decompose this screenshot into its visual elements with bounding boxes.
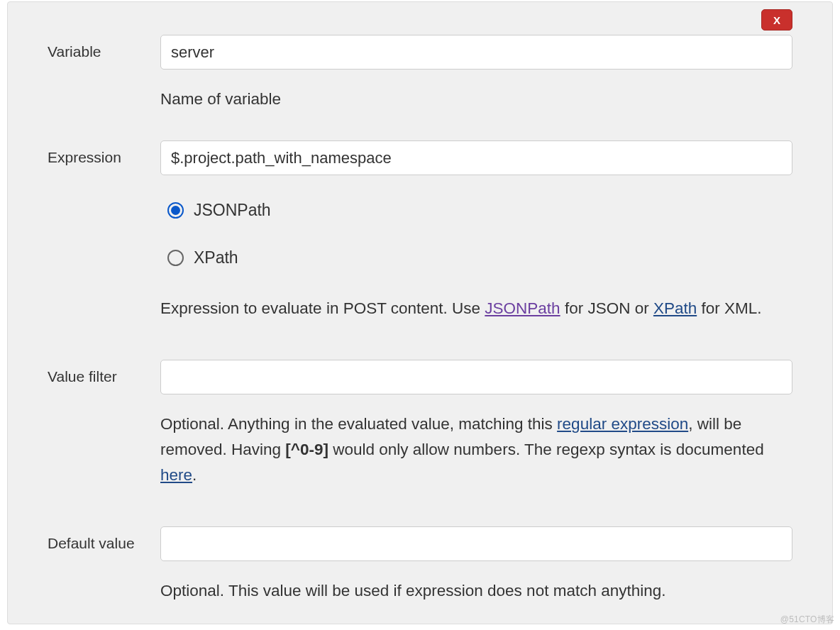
form: Variable Name of variable Expression JSO…	[8, 2, 832, 604]
radio-checked-icon	[167, 202, 184, 219]
help-regex-example: [^0-9]	[285, 441, 328, 458]
link-regular-expression[interactable]: regular expression	[557, 415, 688, 433]
value-filter-input[interactable]	[160, 360, 792, 394]
row-value-filter: Value filter Optional. Anything in the e…	[48, 360, 792, 488]
close-button[interactable]: X	[761, 9, 792, 31]
field-variable: Name of variable	[160, 35, 792, 112]
field-expression: JSONPath XPath Expression to evaluate in…	[160, 140, 792, 321]
row-variable: Variable Name of variable	[48, 35, 792, 112]
expression-input[interactable]	[160, 140, 792, 175]
link-regex-docs[interactable]: here	[160, 466, 192, 484]
radio-xpath[interactable]: XPath	[160, 248, 238, 267]
row-default-value: Default value Optional. This value will …	[48, 526, 792, 604]
row-expression: Expression JSONPath XPath Expression to …	[48, 140, 792, 321]
variable-input[interactable]	[160, 35, 792, 70]
label-expression: Expression	[48, 140, 160, 166]
form-panel: X Variable Name of variable Expression J…	[7, 1, 833, 624]
link-jsonpath[interactable]: JSONPath	[485, 299, 560, 317]
radio-unchecked-icon	[167, 250, 184, 266]
help-text: for JSON or	[560, 299, 653, 317]
help-default-value: Optional. This value will be used if exp…	[160, 578, 792, 604]
help-variable: Name of variable	[160, 87, 792, 112]
label-variable: Variable	[48, 35, 160, 60]
radio-jsonpath-label: JSONPath	[194, 201, 271, 220]
label-value-filter: Value filter	[48, 360, 160, 385]
help-expression: Expression to evaluate in POST content. …	[160, 296, 792, 321]
help-text: would only allow numbers. The regexp syn…	[328, 441, 764, 458]
link-xpath[interactable]: XPath	[653, 299, 697, 317]
field-default-value: Optional. This value will be used if exp…	[160, 526, 792, 604]
help-text: Expression to evaluate in POST content. …	[160, 299, 485, 317]
watermark: @51CTO博客	[780, 614, 834, 626]
radio-xpath-label: XPath	[194, 248, 238, 267]
expression-type-radios: JSONPath XPath	[160, 201, 792, 267]
field-value-filter: Optional. Anything in the evaluated valu…	[160, 360, 792, 488]
help-text: .	[192, 466, 197, 484]
default-value-input[interactable]	[160, 526, 792, 561]
radio-jsonpath[interactable]: JSONPath	[160, 201, 271, 220]
label-default-value: Default value	[48, 526, 160, 552]
help-text: for XML.	[697, 299, 761, 317]
help-value-filter: Optional. Anything in the evaluated valu…	[160, 411, 792, 488]
help-text: Optional. Anything in the evaluated valu…	[160, 415, 557, 433]
